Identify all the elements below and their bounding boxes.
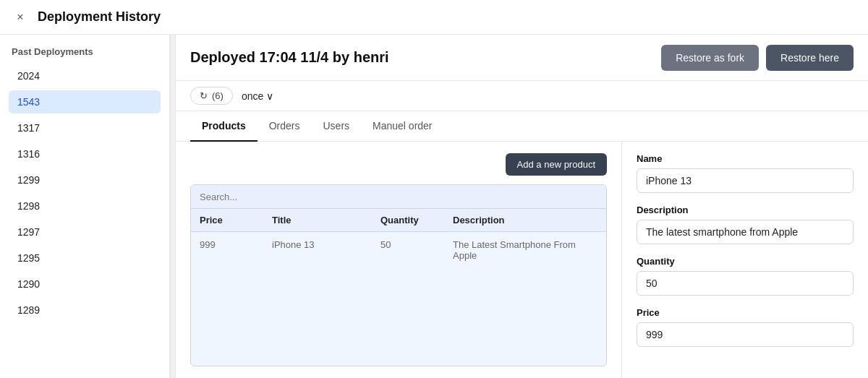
sidebar-item-1299[interactable]: 1299 [9,168,161,192]
name-field-group: Name [637,153,854,193]
col-quantity: Quantity [380,215,453,225]
search-input[interactable] [200,192,597,202]
quantity-input[interactable] [637,271,854,296]
row-price: 999 [200,239,272,261]
sync-icon: ↻ [200,90,208,101]
table-search-bar[interactable] [191,185,606,209]
deploy-bar: Deployed 17:04 11/4 by henri Restore as … [176,35,868,81]
main-content: Deployed 17:04 11/4 by henri Restore as … [176,35,868,378]
sidebar-item-1316[interactable]: 1316 [9,142,161,166]
tab-users[interactable]: Users [311,111,361,142]
price-input[interactable] [637,322,854,347]
quantity-label: Quantity [637,256,854,267]
sidebar-item-1298[interactable]: 1298 [9,194,161,218]
tab-manuel-order[interactable]: Manuel order [361,111,444,142]
table-header: Price Title Quantity Description [191,209,606,232]
product-table: Price Title Quantity Description 999 iPh… [190,184,607,366]
table-row[interactable]: 999 iPhone 13 50 The Latest Smartphone F… [191,232,606,268]
frequency-label: once [242,90,263,102]
frequency-dropdown[interactable]: once ∨ [242,90,273,102]
add-product-button[interactable]: Add a new product [506,153,607,176]
tabs: ProductsOrdersUsersManuel order [176,111,868,142]
header-title: Deployment History [38,9,161,25]
col-description: Description [453,215,597,225]
price-label: Price [637,307,854,318]
sidebar-item-1297[interactable]: 1297 [9,220,161,244]
restore-fork-button[interactable]: Restore as fork [661,45,759,71]
detail-panel: Name Description Quantity Price [622,142,868,378]
sidebar-item-2024[interactable]: 2024 [9,64,161,87]
col-title: Title [272,215,380,225]
close-icon: × [17,11,23,24]
name-input[interactable] [637,168,854,193]
sidebar-item-1290[interactable]: 1290 [9,272,161,296]
sidebar-divider [170,35,176,378]
table-section: Add a new product Price Title Quantity D… [176,142,622,378]
layout: Past Deployments 20241543131713161299129… [0,35,868,378]
tab-list: ProductsOrdersUsersManuel order [190,111,444,141]
content-area: Add a new product Price Title Quantity D… [176,142,868,378]
sidebar-item-1295[interactable]: 1295 [9,246,161,270]
name-label: Name [637,153,854,164]
tab-orders[interactable]: Orders [258,111,312,142]
sidebar: Past Deployments 20241543131713161299129… [0,35,170,378]
chevron-down-icon: ∨ [266,90,273,102]
sidebar-items-list: 2024154313171316129912981297129512901289 [9,64,161,322]
sidebar-item-1289[interactable]: 1289 [9,298,161,322]
header: × Deployment History [0,0,868,35]
restore-here-button[interactable]: Restore here [766,45,854,71]
sidebar-item-1543[interactable]: 1543 [9,90,161,113]
row-description: The Latest Smartphone From Apple [453,239,597,261]
tab-products[interactable]: Products [190,111,258,142]
quantity-field-group: Quantity [637,256,854,296]
row-quantity: 50 [380,239,453,261]
sync-bar: ↻ (6) once ∨ [176,81,868,111]
deploy-title: Deployed 17:04 11/4 by henri [190,49,389,66]
description-input[interactable] [637,220,854,244]
sidebar-label: Past Deployments [9,46,161,57]
col-price: Price [200,215,272,225]
price-field-group: Price [637,307,854,347]
row-title: iPhone 13 [272,239,380,261]
description-field-group: Description [637,205,854,244]
description-label: Description [637,205,854,215]
close-button[interactable]: × [12,9,29,26]
sync-badge[interactable]: ↻ (6) [190,87,233,105]
sidebar-item-1317[interactable]: 1317 [9,116,161,139]
add-product-bar: Add a new product [190,153,607,176]
deploy-actions: Restore as fork Restore here [661,45,854,71]
sync-count: (6) [212,90,224,101]
